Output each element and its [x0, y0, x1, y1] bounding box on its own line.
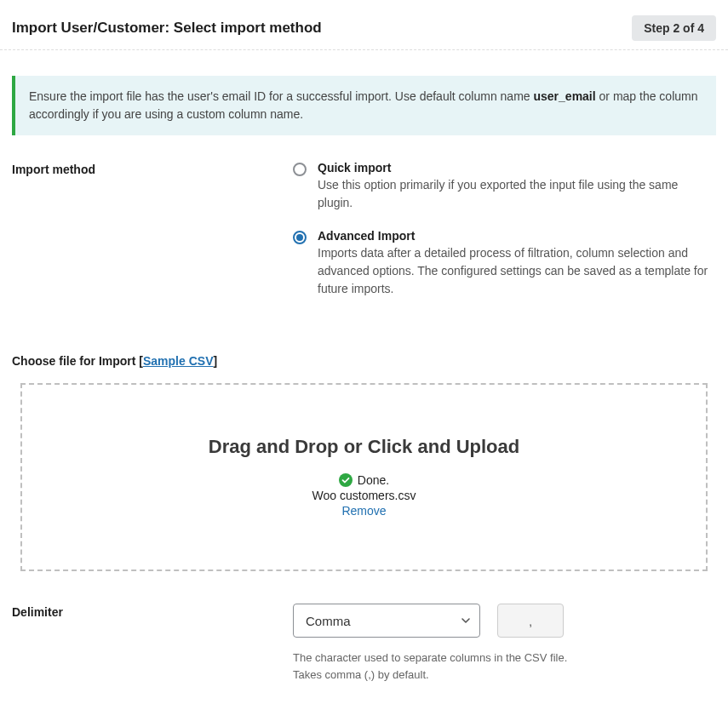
delimiter-label: Delimiter	[12, 604, 293, 683]
info-alert: Ensure the import file has the user's em…	[12, 76, 716, 135]
radio-title: Quick import	[318, 161, 716, 175]
done-text: Done.	[358, 473, 389, 487]
import-method-options: Quick import Use this option primarily i…	[293, 161, 716, 315]
uploaded-filename: Woo customers.csv	[39, 489, 689, 502]
check-circle-icon	[339, 473, 353, 487]
delimiter-input[interactable]	[497, 604, 564, 638]
delimiter-select[interactable]: Comma	[293, 604, 480, 638]
radio-icon	[293, 163, 307, 176]
radio-title: Advanced Import	[318, 229, 716, 243]
svg-point-0	[339, 473, 353, 487]
radio-quick-import[interactable]: Quick import Use this option primarily i…	[293, 161, 716, 212]
radio-icon	[293, 231, 307, 244]
choose-file-suffix: ]	[213, 354, 217, 368]
radio-desc: Use this option primarily if you exporte…	[318, 176, 716, 212]
file-dropzone[interactable]: Drag and Drop or Click and Upload Done. …	[20, 383, 708, 571]
alert-text-prefix: Ensure the import file has the user's em…	[29, 89, 533, 103]
delimiter-select-value: Comma	[293, 604, 480, 638]
page-title: Import User/Customer: Select import meth…	[12, 20, 322, 37]
delimiter-help: The character used to separate columns i…	[293, 650, 574, 683]
step-indicator-badge: Step 2 of 4	[632, 15, 716, 41]
import-method-label: Import method	[12, 161, 293, 315]
remove-file-link[interactable]: Remove	[341, 504, 386, 518]
choose-file-label: Choose file for Import [Sample CSV]	[0, 347, 728, 383]
radio-advanced-import[interactable]: Advanced Import Imports data after a det…	[293, 229, 716, 298]
radio-desc: Imports data after a detailed process of…	[318, 244, 716, 298]
alert-bold: user_email	[533, 89, 595, 103]
import-method-section: Import method Quick import Use this opti…	[0, 154, 728, 322]
radio-selected-dot	[296, 234, 303, 241]
upload-done-line: Done.	[39, 473, 689, 487]
page-header: Import User/Customer: Select import meth…	[0, 0, 728, 50]
choose-file-prefix: Choose file for Import [	[12, 354, 143, 368]
dropzone-title: Drag and Drop or Click and Upload	[39, 436, 689, 458]
delimiter-section: Delimiter Comma The character used to se…	[0, 597, 728, 690]
sample-csv-link[interactable]: Sample CSV	[143, 354, 213, 368]
